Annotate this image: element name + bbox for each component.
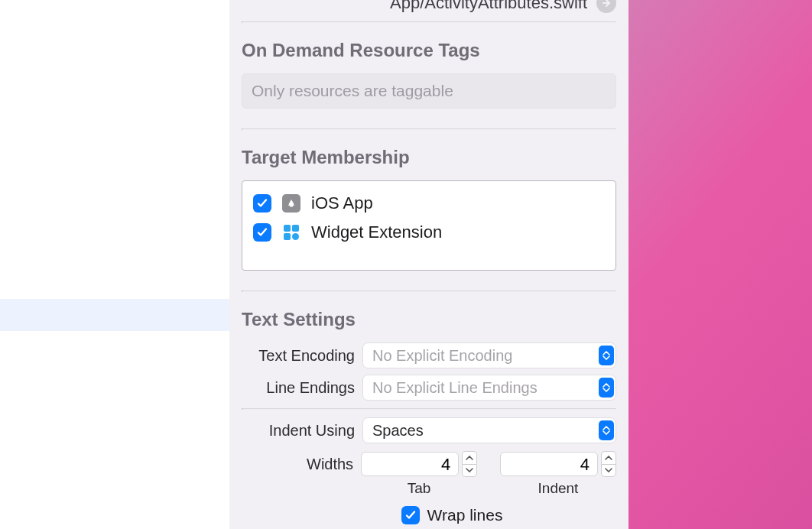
popup-indicator-icon: [599, 420, 614, 440]
section-separator: [242, 408, 616, 410]
stepper-up-icon[interactable]: [462, 451, 477, 464]
indent-width-input[interactable]: 4: [500, 452, 598, 476]
svg-rect-1: [292, 225, 299, 232]
svg-rect-0: [284, 225, 291, 232]
stepper-up-icon[interactable]: [601, 451, 616, 464]
indent-sublabel: Indent: [538, 480, 579, 497]
indent-using-popup[interactable]: Spaces: [362, 417, 616, 443]
checkmark-icon: [404, 509, 417, 521]
line-endings-popup[interactable]: No Explicit Line Endings: [362, 375, 616, 401]
popup-indicator-icon: [599, 346, 614, 365]
widths-label: Widths: [242, 451, 353, 473]
line-endings-row: Line Endings No Explicit Line Endings: [242, 375, 616, 401]
arrow-right-icon: [601, 0, 612, 8]
line-endings-label: Line Endings: [242, 379, 355, 397]
text-encoding-label: Text Encoding: [242, 347, 355, 365]
text-settings-section-title: Text Settings: [242, 309, 616, 330]
target-label: iOS App: [311, 193, 373, 213]
desktop-background: [628, 0, 812, 529]
widget-extension-icon: [282, 223, 300, 242]
checkmark-icon: [256, 197, 268, 209]
section-separator: [242, 290, 616, 292]
popup-indicator-icon: [599, 378, 614, 398]
stepper-down-icon[interactable]: [601, 464, 616, 478]
on-demand-section-title: On Demand Resource Tags: [242, 40, 616, 61]
line-endings-value: No Explicit Line Endings: [372, 379, 538, 397]
target-label: Widget Extension: [311, 222, 442, 242]
indent-width-group: 4 Indent: [500, 451, 616, 497]
indent-using-row: Indent Using Spaces: [242, 417, 616, 443]
wrap-lines-row: Wrap lines: [242, 506, 616, 524]
indent-using-label: Indent Using: [242, 422, 355, 440]
target-row-widget-extension: Widget Extension: [253, 218, 605, 247]
section-separator: [242, 128, 616, 130]
checkmark-icon: [256, 226, 268, 239]
widths-row: Widths 4 Tab 4: [242, 451, 616, 497]
indent-using-value: Spaces: [372, 422, 424, 440]
text-encoding-row: Text Encoding No Explicit Encoding: [242, 342, 616, 368]
appstore-glyph-icon: [285, 197, 297, 209]
wrap-lines-label: Wrap lines: [427, 506, 503, 524]
inspector-panel: App/ActivityAttributes.swift On Demand R…: [229, 0, 628, 529]
text-encoding-popup[interactable]: No Explicit Encoding: [362, 342, 616, 368]
editor-selection-strip: [0, 299, 229, 331]
tab-width-group: 4 Tab: [361, 451, 477, 497]
resource-tags-placeholder: Only resources are taggable: [252, 82, 453, 99]
indent-width-stepper[interactable]: [601, 451, 616, 477]
target-membership-section-title: Target Membership: [242, 147, 616, 168]
section-separator: [242, 21, 616, 23]
tab-width-stepper[interactable]: [462, 451, 477, 477]
tab-width-input[interactable]: 4: [361, 452, 459, 476]
file-path-label: App/ActivityAttributes.swift: [390, 0, 587, 13]
file-path-row: App/ActivityAttributes.swift: [242, 0, 616, 21]
widget-glyph-icon: [282, 223, 300, 242]
app-icon: [282, 194, 300, 213]
text-encoding-value: No Explicit Encoding: [372, 347, 512, 365]
target-checkbox-widget-extension[interactable]: [253, 223, 271, 242]
resource-tags-field[interactable]: Only resources are taggable: [242, 73, 616, 109]
tab-sublabel: Tab: [408, 480, 431, 497]
target-checkbox-ios-app[interactable]: [253, 194, 271, 213]
reveal-arrow-button[interactable]: [596, 0, 616, 13]
wrap-lines-checkbox[interactable]: [401, 506, 420, 524]
target-membership-box: iOS App Widget Extension: [242, 180, 616, 271]
svg-rect-2: [284, 233, 291, 240]
stepper-down-icon[interactable]: [462, 464, 477, 478]
svg-point-3: [292, 233, 299, 240]
target-row-ios-app: iOS App: [253, 189, 605, 218]
